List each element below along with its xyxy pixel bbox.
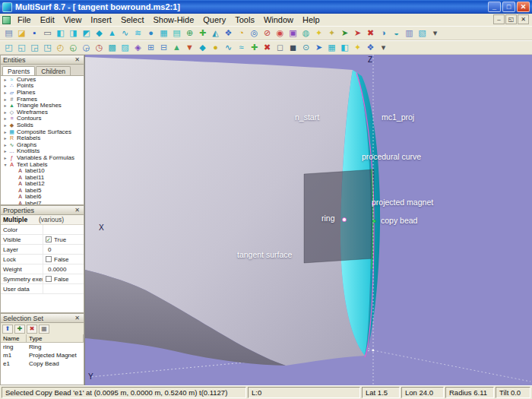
close-icon[interactable]: ✕ bbox=[73, 315, 81, 321]
tree-item[interactable]: A label7 bbox=[1, 200, 84, 205]
label-ring[interactable]: ring bbox=[321, 214, 335, 223]
toolbar-button[interactable]: ▲ bbox=[106, 27, 119, 40]
toolbar-button[interactable]: ➤ bbox=[338, 27, 351, 40]
tree-expander-icon[interactable]: ▸ bbox=[2, 129, 8, 135]
maximize-button[interactable]: □ bbox=[502, 2, 515, 12]
toolbar-button[interactable]: ⊞ bbox=[144, 41, 157, 54]
tab-parents[interactable]: Parents bbox=[2, 66, 35, 75]
property-value[interactable] bbox=[43, 226, 84, 233]
menu-item[interactable]: File bbox=[13, 14, 36, 25]
entities-tree[interactable]: ▸ ≈ Curves ▸ ∴ Points ▸ ▱ bbox=[0, 75, 84, 205]
toolbar-button[interactable]: ◉ bbox=[274, 27, 287, 40]
tree-item[interactable]: ▸ ◆ Solids bbox=[1, 122, 84, 128]
toolbar-button[interactable]: ◨ bbox=[67, 27, 80, 40]
tab-children[interactable]: Children bbox=[36, 66, 71, 75]
toolbar-button[interactable]: ◆ bbox=[93, 27, 106, 40]
toolbar-button[interactable]: ❖ bbox=[364, 41, 377, 54]
toolbar-button[interactable]: ▥ bbox=[403, 27, 416, 40]
menu-item[interactable]: Help bbox=[298, 14, 325, 25]
toolbar-button[interactable]: ◧ bbox=[54, 27, 67, 40]
menu-item[interactable]: Tools bbox=[230, 14, 259, 25]
toolbar-button[interactable]: ◱ bbox=[15, 41, 28, 54]
toolbar-button[interactable]: ❖ bbox=[222, 27, 235, 40]
property-value[interactable]: False bbox=[43, 256, 84, 263]
menu-item[interactable]: Show-Hide bbox=[148, 14, 198, 25]
toolbar-button[interactable]: ◭ bbox=[209, 27, 222, 40]
property-value[interactable]: False bbox=[43, 276, 84, 283]
menu-item[interactable]: Edit bbox=[36, 14, 59, 25]
toolbar-button[interactable]: ◎ bbox=[248, 27, 261, 40]
tree-expander-icon[interactable]: ▸ bbox=[2, 135, 8, 141]
property-value[interactable] bbox=[43, 286, 84, 292]
menu-item[interactable]: Window bbox=[259, 14, 298, 25]
toolbar-button[interactable]: ✖ bbox=[261, 41, 274, 54]
property-checkbox[interactable] bbox=[46, 236, 52, 242]
label-procedural-curve[interactable]: procedural curve bbox=[362, 152, 421, 161]
ring-marker[interactable] bbox=[342, 217, 346, 221]
tree-expander-icon[interactable]: ▸ bbox=[2, 109, 8, 115]
tree-item[interactable]: ▸ ≡ Contours bbox=[1, 116, 84, 122]
label-mc1-proj[interactable]: mc1_proj bbox=[382, 112, 414, 122]
tree-item[interactable]: ▸ ∿ Graphs bbox=[1, 141, 84, 148]
toolbar-button[interactable]: ◪ bbox=[15, 27, 28, 40]
toolbar-button[interactable]: ✦ bbox=[351, 41, 364, 54]
toolbar-button[interactable]: ▪ bbox=[28, 27, 41, 40]
toolbar-button[interactable]: ◆ bbox=[196, 41, 209, 54]
toolbar-button[interactable]: ◵ bbox=[67, 41, 80, 54]
toolbar-button[interactable]: ✚ bbox=[196, 27, 209, 40]
toolbar-button[interactable]: ✦ bbox=[325, 27, 338, 40]
close-button[interactable]: ✕ bbox=[517, 2, 530, 12]
label-copy-bead[interactable]: copy bead bbox=[381, 216, 417, 225]
menu-item[interactable]: View bbox=[59, 14, 87, 25]
column-type[interactable]: Type bbox=[27, 334, 84, 342]
property-row[interactable]: Weight 0.0000 bbox=[1, 264, 84, 274]
toolbar-button[interactable]: ▤ bbox=[2, 27, 15, 40]
toolbar-button[interactable]: ◼ bbox=[287, 41, 299, 54]
property-row[interactable]: Symmetry exempt False bbox=[1, 274, 84, 284]
selection-row[interactable]: m1 Projected Magnet bbox=[1, 351, 84, 359]
selection-row[interactable]: e1 Copy Bead bbox=[1, 359, 84, 368]
tree-item[interactable]: ▾ A Text Labels bbox=[1, 161, 84, 168]
3d-canvas[interactable] bbox=[85, 55, 532, 385]
tree-expander-icon[interactable]: ▸ bbox=[2, 148, 8, 154]
tree-expander-icon[interactable]: ▸ bbox=[2, 103, 8, 108]
property-value[interactable]: True bbox=[43, 236, 84, 243]
toolbar-button[interactable]: ≋ bbox=[131, 27, 144, 40]
toolbar-button[interactable]: ▦ bbox=[157, 27, 170, 40]
toolbar-button[interactable]: ◈ bbox=[131, 41, 144, 54]
toolbar-button[interactable]: ▣ bbox=[287, 27, 299, 40]
menu-item[interactable]: Insert bbox=[86, 14, 116, 25]
toolbar-button[interactable]: ▦ bbox=[325, 41, 338, 54]
minimize-button[interactable]: _ bbox=[488, 2, 501, 12]
toolbar-button[interactable]: ▩ bbox=[106, 41, 119, 54]
tree-item[interactable]: ▸ … Knotlists bbox=[1, 148, 84, 155]
toolbar-button[interactable]: ✚ bbox=[248, 41, 261, 54]
toolbar-button[interactable]: ✖ bbox=[364, 27, 377, 40]
toolbar-button[interactable]: ◧ bbox=[338, 41, 351, 54]
menu-item[interactable]: Select bbox=[116, 14, 149, 25]
tree-expander-icon[interactable]: ▸ bbox=[2, 77, 8, 82]
tree-item[interactable]: ▸ ▦ Composite Surfaces bbox=[1, 128, 84, 135]
toolbar-button[interactable]: ◷ bbox=[93, 41, 106, 54]
tree-item[interactable]: ▸ ▱ Planes bbox=[1, 89, 84, 96]
toolbar-button[interactable]: ◳ bbox=[41, 41, 54, 54]
property-row[interactable]: Color bbox=[1, 225, 84, 235]
tree-expander-icon[interactable]: ▸ bbox=[2, 122, 8, 128]
close-icon[interactable]: ✕ bbox=[73, 207, 81, 214]
toolbar-button[interactable]: ✦ bbox=[312, 27, 325, 40]
toolbar-button[interactable]: ◒ bbox=[390, 27, 403, 40]
copy-bead-marker[interactable] bbox=[373, 220, 376, 223]
tree-item[interactable]: A label11 bbox=[1, 174, 84, 181]
toolbar-button[interactable]: ◩ bbox=[80, 27, 93, 40]
selection-tool-button[interactable]: ✖ bbox=[27, 325, 37, 334]
toolbar-button[interactable]: ∿ bbox=[222, 41, 235, 54]
property-checkbox[interactable] bbox=[46, 276, 52, 282]
tree-expander-icon[interactable]: ▸ bbox=[2, 83, 8, 88]
tree-item[interactable]: ▸ ≈ Curves bbox=[1, 76, 84, 83]
property-checkbox[interactable] bbox=[46, 256, 52, 262]
property-row[interactable]: Visible True bbox=[1, 235, 84, 245]
mdi-close-button[interactable]: ✕ bbox=[518, 14, 529, 24]
tree-expander-icon[interactable]: ▸ bbox=[2, 155, 8, 160]
viewport-3d[interactable]: Z X Y n_start mc1_proj procedural curve … bbox=[85, 55, 532, 385]
menu-item[interactable]: Query bbox=[198, 14, 230, 25]
